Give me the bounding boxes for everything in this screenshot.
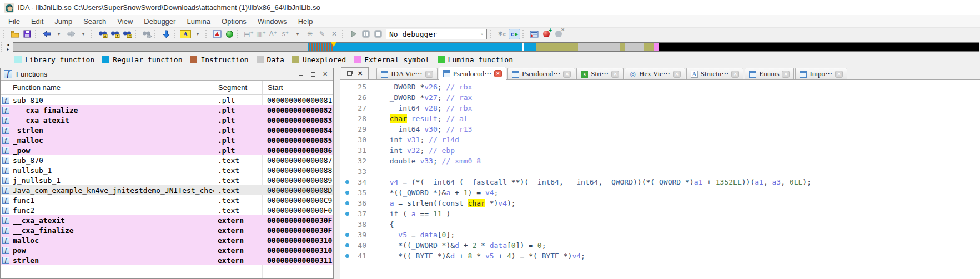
tab-close-icon[interactable]: ✕ (494, 70, 502, 77)
navband-segment-5[interactable] (536, 43, 578, 51)
pseudocode-line-32[interactable]: 32 double v33; // xmm0_8 (340, 156, 980, 166)
back-icon[interactable] (41, 28, 52, 39)
function-row-pow[interactable]: powextern0000000000003108 (1, 245, 333, 255)
make-data-icon[interactable]: ▥⁺ (255, 28, 267, 39)
tab-structu-5[interactable]: AStructu⋯✕ (686, 68, 744, 79)
search-next-icon[interactable] (141, 28, 152, 39)
highlight-dropdown-icon[interactable]: ▾ (192, 28, 203, 39)
menu-windows[interactable]: Windows (252, 16, 293, 27)
run-until-call-icon[interactable]: ✱c (496, 28, 507, 39)
tab-idavie-0[interactable]: IDA Vie⋯✕ (376, 68, 437, 79)
pseudocode-line-38[interactable]: 38 { (340, 219, 980, 230)
navigation-band[interactable] (13, 42, 979, 52)
pseudocode-line-36[interactable]: 36 a = strlen((const char *)v4); (340, 198, 980, 208)
tab-close-icon[interactable]: ✕ (731, 71, 739, 78)
function-row-_strlen[interactable]: _strlen.plt0000000000000840 (1, 125, 333, 135)
menu-help[interactable]: Help (293, 16, 319, 27)
menu-options[interactable]: Options (216, 16, 252, 27)
navband-arrows[interactable]: ◂▸ (4, 43, 12, 52)
function-row-__cxa_atexit[interactable]: __cxa_atexitextern00000000000030F0 (1, 215, 333, 225)
function-row-_pow[interactable]: _pow.plt0000000000000860 (1, 145, 333, 155)
functions-panel-titlebar[interactable]: Functions ✕ (1, 68, 333, 81)
tab-close-icon[interactable]: ✕ (425, 71, 433, 78)
navband-segment-2[interactable] (334, 43, 522, 51)
scroll-right-icon[interactable]: ▸ (7, 47, 9, 52)
pseudocode-line-29[interactable]: 29 __int64 v30; // r13 (340, 124, 980, 134)
back-dropdown-icon[interactable]: ▾ (53, 28, 64, 39)
pause-process-icon[interactable] (360, 28, 371, 39)
navband-segment-4[interactable] (524, 43, 537, 51)
menu-jump[interactable]: Jump (49, 16, 78, 27)
make-code-icon[interactable]: ▤⁺ (243, 28, 254, 39)
pseudocode-line-41[interactable]: 41 *((_BYTE *)&d + 8 * v5 + 4) = *(_BYTE… (340, 251, 980, 261)
navband-segment-9[interactable] (644, 43, 653, 51)
function-row-sub_870[interactable]: sub_870.text0000000000000870 (1, 155, 333, 165)
navband-segment-0[interactable] (13, 43, 308, 51)
pseudocode-line-31[interactable]: 31 int v32; // ebp (340, 145, 980, 156)
function-row-sub_810[interactable]: sub_810.plt0000000000000810 (1, 95, 333, 105)
pseudocode-line-34[interactable]: 34 v4 = (*(__int64 (__fastcall **)(__int… (340, 177, 980, 187)
stop-process-icon[interactable] (373, 28, 384, 39)
pseudocode-line-35[interactable]: 35 *((_QWORD *)&a + 1) = v4; (340, 187, 980, 198)
jump-icon[interactable] (160, 28, 172, 39)
menu-edit[interactable]: Edit (26, 16, 49, 27)
pseudocode-line-26[interactable]: 26 _DWORD *v27; // rax (340, 92, 980, 103)
forward-dropdown-icon[interactable]: ▾ (78, 28, 89, 39)
make-name-icon[interactable]: A⁺ (268, 28, 279, 39)
pseudocode-line-25[interactable]: 25 _DWORD *v26; // rbx (340, 82, 980, 92)
pseudocode-view[interactable]: 25 _DWORD *v26; // rbx26 _DWORD *v27; //… (340, 80, 980, 279)
navband-segment-1[interactable] (308, 43, 334, 51)
highlight-color-icon[interactable]: A (180, 30, 191, 38)
search-binoculars-icon[interactable]: # (97, 28, 108, 39)
tab-close-icon[interactable]: ✕ (673, 71, 681, 78)
tab-enums-6[interactable]: Enums✕ (745, 68, 794, 79)
tab-pseudocod-2[interactable]: Pseudocod⋯✕ (507, 68, 575, 79)
debugger-select[interactable]: No debugger ˅ (386, 29, 487, 39)
tab-stri-3[interactable]: sStri⋯✕ (576, 68, 624, 79)
function-row-malloc[interactable]: mallocextern0000000000003100 (1, 235, 333, 245)
restore-icon[interactable] (308, 70, 318, 78)
tab-close-icon[interactable]: ✕ (611, 71, 619, 78)
pseudocode-line-39[interactable]: 39 v5 = data[0]; (340, 230, 980, 240)
column-segment[interactable]: Segment (214, 81, 262, 94)
function-row-_malloc[interactable]: _malloc.plt0000000000000850 (1, 135, 333, 145)
pseudocode-line-27[interactable]: 27 __int64 v28; // rbx (340, 103, 980, 113)
menu-view[interactable]: View (112, 16, 138, 27)
tab-close-icon[interactable]: ✕ (835, 71, 843, 78)
pseudocode-line-33[interactable]: 33 (340, 166, 980, 177)
save-icon[interactable] (22, 28, 33, 39)
signatures-icon[interactable] (212, 28, 223, 39)
make-string-icon[interactable]: s⁺ (280, 28, 291, 39)
tab-close-icon[interactable]: ✕ (782, 71, 790, 78)
restore-window-icon[interactable] (347, 71, 352, 76)
function-row-func1[interactable]: func1.text0000000000000C90 (1, 195, 333, 205)
chevron-down-icon[interactable]: ˅ (478, 31, 486, 37)
navband-segment-6[interactable] (578, 43, 620, 51)
lumina-icon[interactable] (224, 28, 235, 39)
start-process-icon[interactable] (348, 28, 359, 39)
function-row-Java_com_example_kn4ve_jnitestdemo_JNITest_check[interactable]: Java_com_example_kn4ve_jnitestdemo_JNITe… (1, 185, 333, 195)
menu-file[interactable]: File (3, 16, 26, 27)
undefine-icon[interactable]: ✕ (329, 28, 340, 39)
tab-pseudocod-1[interactable]: Pseudocod⋯✕ (439, 67, 506, 80)
minimize-icon[interactable] (296, 70, 305, 78)
breakpoint-list-icon[interactable] (529, 28, 540, 39)
add-breakpoint-icon[interactable] (541, 28, 552, 39)
forward-icon[interactable] (66, 28, 77, 39)
tab-hexvie-4[interactable]: ◎Hex Vie⋯✕ (625, 68, 685, 79)
navband-segment-7[interactable] (620, 43, 625, 51)
patch-icon[interactable]: ✳ (304, 28, 315, 39)
function-row-j_nullsub_1[interactable]: j_nullsub_1.text0000000000000890 (1, 175, 333, 185)
function-row-func2[interactable]: func2.text0000000000000F00 (1, 205, 333, 215)
function-row-___cxa_atexit[interactable]: ___cxa_atexit.plt0000000000000830 (1, 115, 333, 125)
search-text-icon[interactable]: T (109, 28, 120, 39)
string-dropdown-icon[interactable]: ▾ (292, 28, 303, 39)
search-value-icon[interactable]: 101 (122, 28, 133, 39)
open-file-icon[interactable] (9, 28, 21, 39)
close-icon[interactable]: ✕ (320, 70, 330, 78)
column-function-name[interactable]: Function name (1, 83, 214, 92)
remove-breakpoint-icon[interactable] (553, 28, 564, 39)
menu-search[interactable]: Search (78, 16, 112, 27)
navband-segment-10[interactable] (654, 43, 659, 51)
pseudocode-line-30[interactable]: 30 int v31; // r14d (340, 134, 980, 145)
